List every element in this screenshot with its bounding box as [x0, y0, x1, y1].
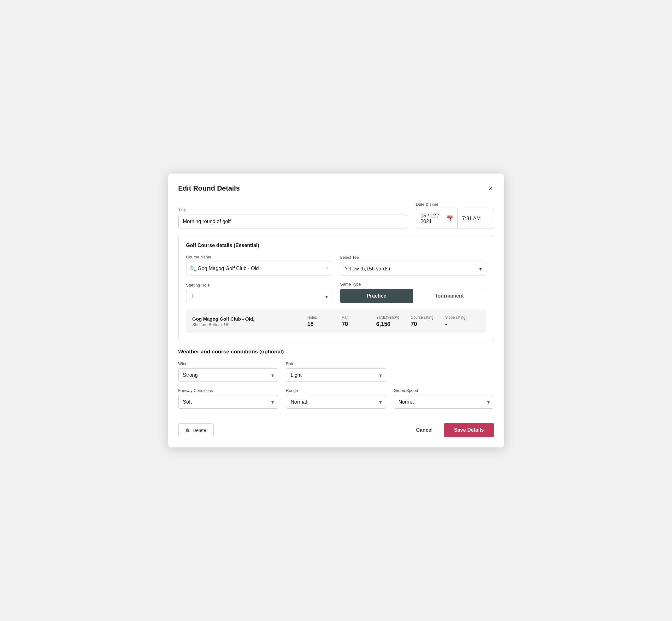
rough-dropdown[interactable]: ShortNormalLong: [286, 395, 386, 409]
date-input[interactable]: 05 / 12 / 2021 📅: [416, 209, 458, 229]
datetime-label: Date & Time: [416, 202, 494, 207]
save-button[interactable]: Save Details: [444, 423, 494, 437]
title-label: Title: [178, 208, 408, 212]
rough-group: Rough ShortNormalLong ▾: [286, 388, 386, 409]
wind-wrap: NoneLightModerateStrongVery Strong ▾: [178, 368, 279, 382]
wind-dropdown[interactable]: NoneLightModerateStrongVery Strong: [178, 368, 279, 382]
cancel-button[interactable]: Cancel: [411, 423, 438, 437]
game-type-group: Game Type Practice Tournament: [340, 282, 486, 303]
fairway-label: Fairway Conditions: [178, 388, 279, 393]
rain-group: Rain NoneLightModerateHeavy ▾: [286, 361, 386, 382]
course-info-name-group: Gog Magog Golf Club - Old, Shelford Bott…: [193, 316, 307, 327]
rain-dropdown[interactable]: NoneLightModerateHeavy: [286, 368, 386, 382]
par-label: Par: [342, 315, 376, 320]
game-type-label: Game Type: [340, 282, 486, 287]
stat-slope-rating: Slope rating -: [445, 315, 479, 328]
course-info-location: Shelford Bottom, UK: [193, 322, 307, 327]
search-icon: 🔍: [190, 266, 196, 272]
select-tee-dropdown[interactable]: Yellow (6,156 yards) White (6,500 yards)…: [340, 262, 486, 276]
date-value: 05 / 12 / 2021: [421, 213, 443, 224]
stat-course-rating: Course rating 70: [411, 315, 445, 328]
fairway-dropdown[interactable]: SoftNormalHard: [178, 395, 279, 409]
rain-label: Rain: [286, 361, 386, 366]
date-time-inputs: 05 / 12 / 2021 📅 7:31 AM: [416, 209, 494, 229]
green-speed-wrap: SlowNormalFast ▾: [394, 395, 494, 409]
stat-yards: Yards(Yellow) 6,156: [376, 315, 411, 328]
starting-hole-dropdown[interactable]: 1234 510: [186, 290, 333, 303]
green-speed-dropdown[interactable]: SlowNormalFast: [394, 395, 494, 409]
datetime-group: Date & Time 05 / 12 / 2021 📅 7:31 AM: [416, 202, 494, 229]
course-name-input[interactable]: [186, 261, 333, 276]
wind-group: Wind NoneLightModerateStrongVery Strong …: [178, 361, 279, 382]
slope-rating-label: Slope rating: [445, 315, 479, 320]
select-tee-wrap: Yellow (6,156 yards) White (6,500 yards)…: [340, 262, 486, 276]
golf-course-section: Golf Course details (Essential) Course N…: [178, 235, 494, 341]
time-value: 7:31 AM: [462, 216, 481, 221]
golf-course-title: Golf Course details (Essential): [186, 243, 486, 248]
delete-button[interactable]: 🗑 Delete: [178, 423, 214, 437]
yards-label: Yards(Yellow): [376, 315, 411, 320]
course-info-box: Gog Magog Golf Club - Old, Shelford Bott…: [186, 309, 486, 333]
stat-holes: Holes 18: [307, 315, 342, 328]
delete-label: Delete: [193, 427, 206, 433]
select-tee-label: Select Tee: [340, 255, 486, 260]
select-tee-group: Select Tee Yellow (6,156 yards) White (6…: [340, 255, 486, 276]
starting-hole-group: Starting Hole 1234 510 ▾: [186, 283, 333, 303]
weather-section-title: Weather and course conditions (optional): [178, 349, 494, 355]
fairway-group: Fairway Conditions SoftNormalHard ▾: [178, 388, 279, 409]
rough-wrap: ShortNormalLong ▾: [286, 395, 386, 409]
green-speed-label: Green Speed: [394, 388, 494, 393]
course-tee-row: Course Name 🔍 × Select Tee Yellow (6,156…: [186, 255, 486, 276]
course-name-label: Course Name: [186, 255, 333, 259]
trash-icon: 🗑: [185, 427, 190, 433]
course-info-name: Gog Magog Golf Club - Old,: [193, 316, 307, 322]
title-datetime-row: Title Date & Time 05 / 12 / 2021 📅 7:31 …: [178, 202, 494, 229]
title-input[interactable]: [178, 215, 408, 229]
fairway-wrap: SoftNormalHard ▾: [178, 395, 279, 409]
course-name-input-wrap: 🔍 ×: [186, 261, 333, 276]
holes-value: 18: [307, 321, 342, 328]
course-rating-value: 70: [411, 321, 445, 328]
green-speed-group: Green Speed SlowNormalFast ▾: [394, 388, 494, 409]
yards-value: 6,156: [376, 321, 411, 328]
course-stats: Holes 18 Par 70 Yards(Yellow) 6,156 Cour…: [307, 315, 480, 328]
slope-rating-value: -: [445, 321, 479, 328]
course-rating-label: Course rating: [411, 315, 445, 320]
calendar-icon: 📅: [446, 215, 453, 222]
practice-button[interactable]: Practice: [340, 289, 413, 303]
wind-rain-row: Wind NoneLightModerateStrongVery Strong …: [178, 361, 494, 382]
rough-label: Rough: [286, 388, 386, 393]
time-input[interactable]: 7:31 AM: [458, 209, 494, 229]
par-value: 70: [342, 321, 376, 328]
starting-hole-wrap: 1234 510 ▾: [186, 290, 333, 303]
modal-header: Edit Round Details ×: [178, 184, 494, 193]
close-button[interactable]: ×: [488, 184, 494, 193]
modal-title: Edit Round Details: [178, 184, 240, 193]
weather-section: Weather and course conditions (optional)…: [178, 349, 494, 409]
footer-right: Cancel Save Details: [411, 423, 494, 437]
course-name-group: Course Name 🔍 ×: [186, 255, 333, 276]
rain-wrap: NoneLightModerateHeavy ▾: [286, 368, 386, 382]
starting-hole-label: Starting Hole: [186, 283, 333, 287]
tournament-button[interactable]: Tournament: [413, 289, 486, 303]
footer-row: 🗑 Delete Cancel Save Details: [178, 423, 494, 437]
footer-divider: [178, 415, 494, 415]
game-type-toggle: Practice Tournament: [340, 289, 486, 303]
wind-label: Wind: [178, 361, 279, 366]
fairway-rough-green-row: Fairway Conditions SoftNormalHard ▾ Roug…: [178, 388, 494, 409]
edit-round-modal: Edit Round Details × Title Date & Time 0…: [168, 173, 504, 448]
clear-icon[interactable]: ×: [326, 266, 328, 272]
hole-gametype-row: Starting Hole 1234 510 ▾ Game Type Pract…: [186, 282, 486, 303]
title-group: Title: [178, 208, 408, 229]
holes-label: Holes: [307, 315, 342, 320]
stat-par: Par 70: [342, 315, 376, 328]
